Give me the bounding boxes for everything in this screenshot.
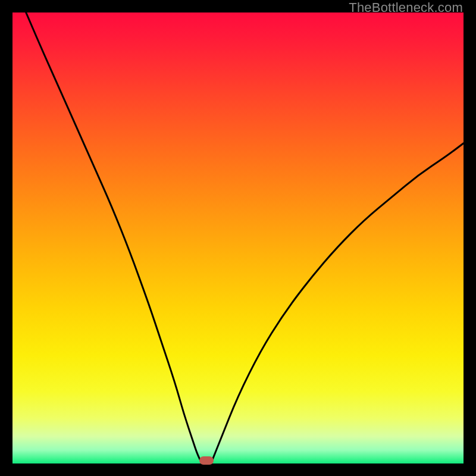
bottleneck-curve xyxy=(12,12,464,464)
chart-frame: TheBottleneck.com xyxy=(0,0,476,476)
optimum-marker-icon xyxy=(199,456,214,465)
plot-area xyxy=(12,12,464,464)
